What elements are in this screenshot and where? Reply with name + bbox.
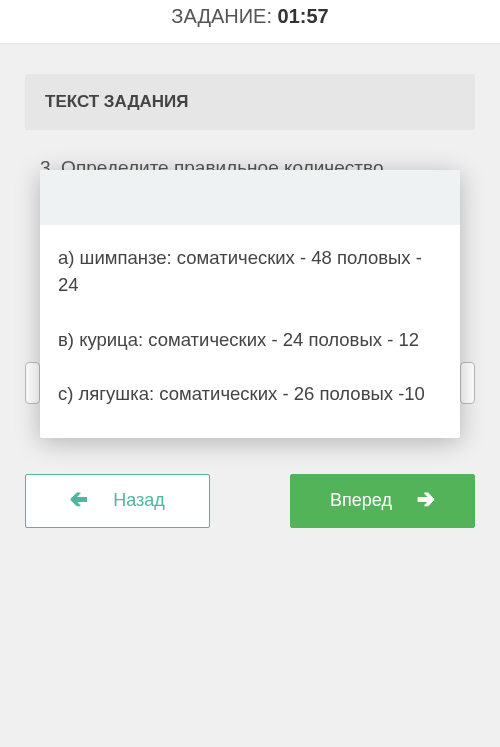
option-c[interactable]: c) лягушка: соматических - 26 половых -1… [58,381,442,408]
timer-bar: ЗАДАНИЕ: 01:57 [0,0,500,44]
input-field-left[interactable] [25,362,40,404]
forward-button[interactable]: Вперед 🡲 [290,474,475,528]
arrow-right-icon: 🡲 [417,490,435,511]
back-button-label: Назад [113,490,165,511]
option-b[interactable]: в) курица: соматических - 24 половых - 1… [58,327,442,354]
options-modal: a) шимпанзе: соматических - 48 половых -… [40,170,460,438]
arrow-left-icon: 🡰 [70,490,88,511]
option-a[interactable]: a) шимпанзе: соматических - 48 половых -… [58,245,442,299]
task-header: ТЕКСТ ЗАДАНИЯ [25,74,475,130]
timer-label: ЗАДАНИЕ: [171,5,272,27]
modal-body: a) шимпанзе: соматических - 48 половых -… [40,225,460,438]
modal-header [40,170,460,225]
forward-button-label: Вперед [330,490,392,511]
nav-buttons: 🡰 Назад Вперед 🡲 [0,434,500,553]
input-field-right[interactable] [460,362,475,404]
back-button[interactable]: 🡰 Назад [25,474,210,528]
timer-value: 01:57 [278,5,329,27]
